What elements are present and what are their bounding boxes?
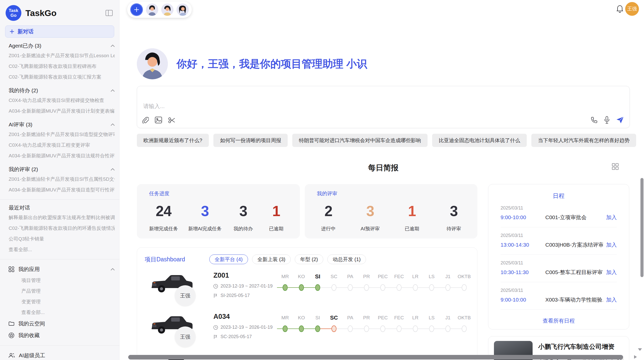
milestone-label-fec: FEC [391,273,407,281]
project-row-a034[interactable]: 王强 A034 2023-12-19 ~ 2026-01-19 SC [145,312,470,351]
sidebar-item[interactable]: Z001-全新燃油轻卡产品开发项目SI造型提交物评审 [9,129,115,140]
sidebar-item[interactable]: C0X4-动力总成开发项目工程变更评审 [9,140,115,151]
attachment-icon[interactable] [142,117,149,124]
suggestion-chip[interactable]: 如何写一份清晰的项目周报 [213,134,288,147]
filter-pill-new-body[interactable]: 全新上装 (3) [252,254,291,264]
microphone-icon[interactable] [604,116,610,124]
stat-value: 2 [317,203,340,219]
project-media: 王强 [145,312,213,351]
recent-header: 最近对话 [9,204,115,211]
horizontal-scrollbar-thumb[interactable] [128,355,623,359]
collapse-sidebar-icon[interactable] [106,10,113,16]
project-dates: 2023-12-19 ~ 2026-01-19 [213,325,277,330]
sidebar-item-my-apps[interactable]: 我的应用 [0,263,119,275]
section-header[interactable]: 我的待办 (2) [9,87,115,94]
recent-chat-item[interactable]: C02-飞腾新能源轻客改款项目的闭环通告反馈情况 [9,223,115,234]
app-logo: Task Go [6,5,21,21]
sidebar-section-agent-done: Agent已办 (3) Z001-全新燃油皮卡产品开发项目SI节点Lesson … [0,42,119,82]
layout-grid-icon[interactable] [612,163,619,170]
stat-label: 新增AI完成任务 [188,226,222,232]
project-owner-badge: 王强 [175,326,196,347]
sidebar-item-favorites[interactable]: 我的收藏 [0,329,119,341]
stat-label: AI预评审 [359,226,382,232]
milestone-label-ko: KO [293,273,310,281]
clock-icon [213,325,218,330]
divider [0,199,119,200]
sidebar-section-my-todo: 我的待办 (2) C0X4-动力总成开发项目SI里程碑提交物检查 A034-全新… [0,87,119,116]
join-link[interactable]: 加入 [606,241,617,248]
milestone-dot-j1 [440,323,456,335]
project-dates: 2023-12-19 ~ 2027-01-19 [213,283,277,289]
milestone-dot-lr [407,323,423,335]
my-review-card: 我的评审 2 进行中 3 AI预评审 1 [305,184,477,238]
scroll-right-arrow[interactable] [634,355,637,359]
stat-value: 3 [232,203,255,219]
join-link[interactable]: 加入 [606,269,617,276]
sidebar-item-product-mgmt[interactable]: 产品管理 [0,286,119,296]
section-header[interactable]: AI评审 (3) [9,121,115,128]
suggestion-chip[interactable]: 欧洲新规最近颁布了什么? [137,134,209,147]
suggestion-chip[interactable]: 特朗普可能对进口汽车增税会对中国车企造成哪些影响 [292,134,428,147]
app-name: TaskGo [25,8,106,18]
stat-review-overdue: 1 已逾期 [401,203,423,232]
new-chat-button[interactable]: 新对话 [5,25,114,38]
sidebar-item[interactable]: A034-全新新能源MUV产品开发项目法规符合性评审 [9,151,115,161]
scroll-down-arrow[interactable] [638,348,642,351]
sidebar-item-project-mgmt[interactable]: 项目管理 [0,275,119,286]
suggestion-chip[interactable]: 比亚迪全固态电池计划具体说了什么 [432,134,527,147]
sidebar-item[interactable]: C02-飞腾新能源轻客改款项目里程碑画布 [9,61,115,72]
project-name: Z001 [213,272,277,279]
sidebar-item-ai-super-staff[interactable]: AI超级员工 [0,350,119,360]
filter-pill-all-platform[interactable]: 全新平台 (4) [209,254,248,264]
chat-input-box[interactable]: 请输入... [137,86,630,128]
sidebar-item[interactable]: A034-全新新能源MUV产品开发项目计划变更表编写 [9,106,115,116]
project-row-z001[interactable]: 王强 Z001 2023-12-19 ~ 2027-01-19 SI [145,271,470,310]
recent-view-all[interactable]: 查看全部... [9,244,115,255]
phone-icon[interactable] [591,117,597,123]
milestone-dot-pa [342,323,358,335]
apps-view-all[interactable]: 查看全部... [0,307,119,318]
event-name: C005-整车工程目标评审 [545,269,603,276]
sidebar-item[interactable]: C02-飞腾新能源轻客改款项目立项汇报方案 [9,72,115,82]
join-link[interactable]: 加入 [606,296,617,303]
greeting-text: 你好，王强，我是你的项目管理助理 小识 [177,57,367,71]
news-title: 小鹏飞行汽车制造公司增资 [538,342,623,351]
schedule-event: 2025/03/11 10:30-11:30 C005-整车工程目标评审 加入 [501,255,617,282]
suggestion-chip[interactable]: 当下年轻人对汽车外观有怎样的喜好趋势 [531,134,636,147]
stat-value: 24 [149,203,178,219]
filter-pill-powertrain[interactable]: 动总开发 (1) [327,254,366,264]
milestone-dot-mr [277,323,293,335]
scissors-icon[interactable] [168,117,175,124]
filter-pill-year-model[interactable]: 年型 (2) [295,254,323,264]
sidebar-item[interactable]: Z001-全新燃油轻卡产品开发项目SI节点属性5D文件评审 [9,174,115,185]
milestone-label-fec: FEC [391,314,407,322]
sidebar-item[interactable]: A034-全新新能源MUV产品开发项目造型可行性评审 [9,185,115,195]
section-header[interactable]: Agent已办 (3) [9,42,115,49]
stat-value: 3 [359,203,382,219]
sidebar-item[interactable]: C0X4-动力总成开发项目SI里程碑提交物检查 [9,95,115,106]
stat-label: 进行中 [317,226,340,232]
send-icon[interactable] [616,116,624,124]
greeting-block: 你好，王强，我是你的项目管理助理 小识 [137,48,630,79]
schedule-event: 2025/03/11 9:00-10:00 C001-立项审批会 加入 [501,200,617,227]
sidebar-section-ai-review: AI评审 (3) Z001-全新燃油轻卡产品开发项目SI造型提交物评审 C0X4… [0,121,119,161]
input-placeholder: 请输入... [143,102,165,110]
section-header[interactable]: 我的评审 (2) [9,166,115,173]
sidebar-item-change-mgmt[interactable]: 变更管理 [0,296,119,307]
stat-label: 已逾期 [265,226,288,232]
cloud-space-label: 我的云空间 [18,320,45,327]
sidebar-item[interactable]: Z001-全新燃油皮卡产品开发项目SI节点Lesson Learn报告 [9,50,115,61]
ai-super-staff-label: AI超级员工 [19,352,45,359]
recent-chat-item[interactable]: 解释最新出台的欧盟报废车法规再生塑料比例被调至15%... [9,212,115,223]
milestone-label-mr: MR [277,314,293,322]
milestone-label-pec: PEC [375,314,391,322]
sidebar-item-cloud-space[interactable]: 我的云空间 [0,318,119,329]
schedule-title: 日程 [501,192,617,200]
recent-chat-item[interactable]: 公司Q3轻卡销量 [9,234,115,244]
milestone-label-sc: SC [326,314,342,322]
image-icon[interactable] [155,117,162,124]
vertical-scrollbar-thumb[interactable] [640,178,643,277]
sidebar-section-my-review: 我的评审 (2) Z001-全新燃油轻卡产品开发项目SI节点属性5D文件评审 A… [0,166,119,195]
join-link[interactable]: 加入 [606,214,617,221]
view-all-schedule-link[interactable]: 查看所有日程 [501,317,617,324]
